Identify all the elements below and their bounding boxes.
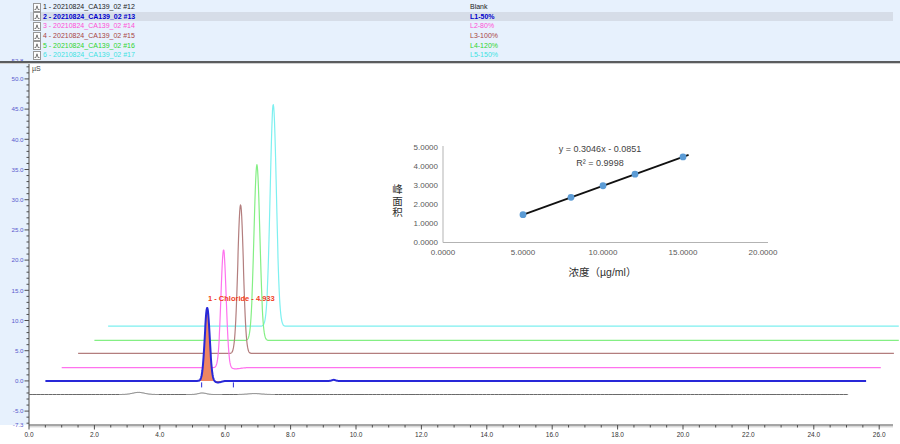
calibration-equation: y = 0.3046x - 0.0851 [495,144,705,154]
y-axis-unit-label: µS [32,65,41,72]
svg-text:4.0: 4.0 [155,431,164,438]
injection-name: 6 - 20210824_CA139_02 #17 [43,50,135,60]
svg-text:0.0: 0.0 [15,377,24,384]
svg-text:20.0: 20.0 [11,256,24,263]
injection-level-label: L2-80% [470,21,494,31]
svg-text:10.0: 10.0 [350,431,363,438]
svg-text:18.0: 18.0 [611,431,624,438]
svg-text:25.0: 25.0 [11,226,24,233]
injection-name: 4 - 20210824_CA139_02 #15 [43,31,135,41]
svg-text:50.0: 50.0 [11,75,24,82]
legend-row-6[interactable]: 6 - 20210824_CA139_02 #17L5-150% [30,50,893,60]
calibration-y-axis-title: 峰面积 [390,170,405,232]
svg-text:3.0000: 3.0000 [414,181,439,190]
svg-text:20.0: 20.0 [677,431,690,438]
svg-text:22.0: 22.0 [742,431,755,438]
svg-text:2.0: 2.0 [90,431,99,438]
svg-text:1.0000: 1.0000 [414,219,439,228]
svg-text:45.0: 45.0 [11,105,24,112]
svg-text:5.0000: 5.0000 [511,248,536,257]
svg-text:-5.0: -5.0 [13,407,24,414]
legend-row-2[interactable]: 2 - 20210824_CA139_02 #13L1-50% [30,12,893,22]
svg-text:6.0: 6.0 [221,431,230,438]
svg-text:0.0000: 0.0000 [414,238,439,247]
legend-row-4[interactable]: 4 - 20210824_CA139_02 #15L3-100% [30,31,893,41]
svg-text:30.0: 30.0 [11,196,24,203]
calibration-r-squared: R² = 0.9998 [495,158,705,168]
svg-text:12.0: 12.0 [415,431,428,438]
left-margin [0,62,29,425]
svg-text:2.0000: 2.0000 [414,200,439,209]
svg-text:15.0: 15.0 [11,287,24,294]
injection-level-label: L3-100% [470,31,498,41]
svg-text:20.0000: 20.0000 [749,248,778,257]
legend-row-5[interactable]: 5 - 20210824_CA139_02 #16L4-120% [30,41,893,51]
svg-text:4.0000: 4.0000 [414,162,439,171]
svg-text:8.0: 8.0 [286,431,295,438]
inset-x-tick-labels: 0.00005.000010.000015.000020.0000 [431,248,778,257]
inset-y-tick-labels: 0.00001.00002.00003.00004.00005.0000 [414,143,439,247]
legend-row-3[interactable]: 3 - 20210824_CA139_02 #14L2-80% [30,21,893,31]
calibration-point [632,171,639,178]
svg-text:35.0: 35.0 [11,166,24,173]
injection-level-label: Blank [470,2,488,12]
injection-name: 5 - 20210824_CA139_02 #16 [43,41,135,51]
injection-name: 1 - 20210824_CA139_02 #12 [43,2,135,12]
injection-level-label: L1-50% [470,12,495,22]
svg-text:14.0: 14.0 [480,431,493,438]
injection-name: 3 - 20210824_CA139_02 #14 [43,21,135,31]
calibration-point [520,211,527,218]
peak-annotation-chloride: 1 - Chloride - 4.933 [208,294,275,303]
injection-level-label: L5-150% [470,50,498,60]
injection-level-label: L4-120% [470,41,498,51]
svg-text:26.0: 26.0 [873,431,886,438]
svg-text:5.0000: 5.0000 [414,143,439,152]
legend-row-1[interactable]: 1 - 20210824_CA139_02 #12Blank [30,2,893,12]
svg-text:16.0: 16.0 [546,431,559,438]
legend-panel: 1 - 20210824_CA139_02 #12Blank2 - 202108… [30,2,893,60]
injection-name: 2 - 20210824_CA139_02 #13 [43,12,135,22]
svg-text:0.0000: 0.0000 [431,248,456,257]
svg-text:24.0: 24.0 [807,431,820,438]
legend-plot-divider [0,61,900,64]
calibration-x-axis-title: 浓度（µg/ml） [520,264,685,279]
svg-text:10.0000: 10.0000 [589,248,618,257]
svg-text:0.0: 0.0 [24,431,33,438]
svg-text:40.0: 40.0 [11,136,24,143]
svg-text:-7.3: -7.3 [13,421,24,428]
svg-text:15.0000: 15.0000 [669,248,698,257]
calibration-point [600,182,607,189]
svg-text:10.0: 10.0 [11,317,24,324]
svg-text:5.0: 5.0 [15,347,24,354]
calibration-point [568,194,575,201]
